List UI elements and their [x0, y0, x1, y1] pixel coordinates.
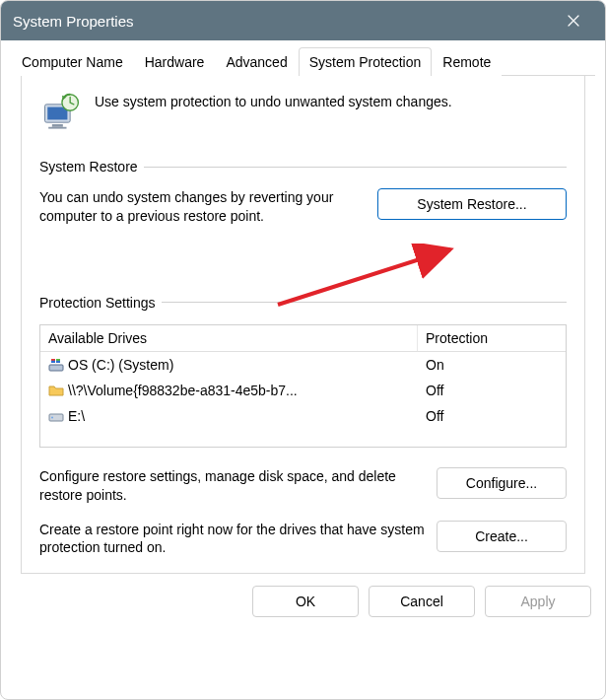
system-restore-button[interactable]: System Restore...: [377, 188, 567, 220]
tab-computer-name[interactable]: Computer Name: [11, 47, 134, 76]
window-title: System Properties: [13, 13, 554, 30]
divider: [162, 302, 567, 303]
system-protection-icon: [39, 92, 83, 135]
folder-icon: [48, 383, 64, 398]
intro-row: Use system protection to undo unwanted s…: [39, 92, 567, 135]
svg-rect-5: [49, 365, 63, 371]
configure-desc: Configure restore settings, manage disk …: [39, 467, 425, 505]
svg-rect-9: [56, 359, 60, 361]
protection-settings-group: Protection Settings Available Drives Pro…: [39, 295, 567, 558]
restore-row: You can undo system changes by reverting…: [39, 188, 567, 226]
drive-row[interactable]: OS (C:) (System) On: [40, 352, 566, 378]
tab-advanced[interactable]: Advanced: [215, 47, 298, 76]
svg-rect-3: [48, 127, 66, 129]
col-header-drives[interactable]: Available Drives: [40, 325, 418, 351]
close-icon: [568, 15, 579, 27]
dialog-footer: OK Cancel Apply: [1, 574, 605, 631]
tab-system-protection[interactable]: System Protection: [299, 47, 433, 76]
drives-header: Available Drives Protection: [40, 325, 566, 352]
ok-button[interactable]: OK: [252, 586, 359, 617]
tab-remote[interactable]: Remote: [432, 47, 502, 76]
cancel-button[interactable]: Cancel: [369, 586, 475, 617]
drive-protection: On: [418, 354, 566, 376]
table-spacer: [40, 429, 566, 447]
create-button-label: Create...: [475, 528, 528, 544]
tabs: Computer Name Hardware Advanced System P…: [11, 46, 595, 76]
drive-name: E:\: [68, 408, 85, 424]
system-restore-group: System Restore You can undo system chang…: [39, 159, 567, 226]
drive-protection: Off: [418, 405, 566, 427]
configure-button[interactable]: Configure...: [437, 467, 567, 499]
tab-content: Use system protection to undo unwanted s…: [21, 76, 585, 574]
drive-icon: [48, 408, 64, 424]
divider: [144, 167, 567, 168]
svg-rect-8: [51, 359, 55, 361]
group-label-restore: System Restore: [39, 159, 567, 175]
configure-button-label: Configure...: [466, 475, 537, 491]
cancel-button-label: Cancel: [400, 594, 443, 609]
create-row: Create a restore point right now for the…: [39, 521, 567, 558]
os-drive-icon: [48, 357, 64, 373]
svg-rect-2: [52, 124, 63, 127]
tab-hardware[interactable]: Hardware: [134, 47, 216, 76]
col-header-protection[interactable]: Protection: [418, 325, 566, 351]
apply-button-label: Apply: [520, 594, 555, 609]
drive-row[interactable]: E:\ Off: [40, 403, 566, 429]
drive-name: \\?\Volume{f98832be-a831-4e5b-b7...: [68, 383, 298, 398]
drives-table: Available Drives Protection: [39, 324, 567, 448]
close-button[interactable]: [554, 1, 593, 40]
group-label-protection-text: Protection Settings: [39, 295, 156, 311]
create-button[interactable]: Create...: [437, 521, 567, 552]
titlebar: System Properties: [1, 1, 605, 40]
drive-name: OS (C:) (System): [68, 357, 173, 373]
configure-row: Configure restore settings, manage disk …: [39, 467, 567, 505]
svg-point-11: [51, 416, 53, 418]
system-restore-button-label: System Restore...: [417, 196, 526, 212]
group-label-restore-text: System Restore: [39, 159, 138, 175]
create-desc: Create a restore point right now for the…: [39, 521, 425, 558]
intro-text: Use system protection to undo unwanted s…: [95, 92, 452, 109]
tabs-container: Computer Name Hardware Advanced System P…: [1, 40, 605, 574]
drive-protection: Off: [418, 380, 566, 401]
group-label-protection: Protection Settings: [39, 295, 567, 311]
drive-row[interactable]: \\?\Volume{f98832be-a831-4e5b-b7... Off: [40, 378, 566, 403]
restore-desc: You can undo system changes by reverting…: [39, 188, 366, 226]
ok-button-label: OK: [296, 594, 315, 609]
apply-button[interactable]: Apply: [485, 586, 591, 617]
system-properties-window: System Properties Computer Name Hardware…: [0, 0, 606, 700]
